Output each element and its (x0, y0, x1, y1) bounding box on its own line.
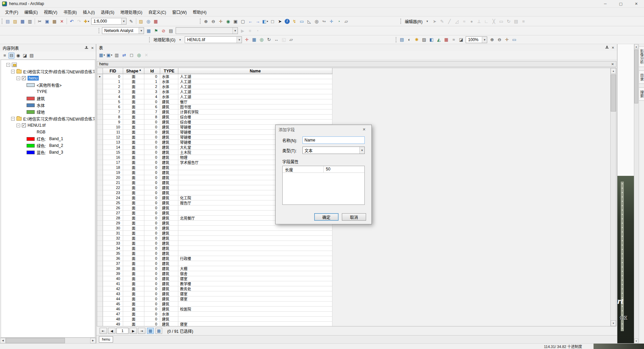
layer-name-label[interactable]: HENU1.tif (28, 123, 45, 128)
collapse-icon[interactable] (16, 124, 20, 127)
maximize-button[interactable]: ▢ (613, 0, 629, 7)
scale-combo[interactable]: 1:6,000 ▾ (91, 18, 127, 25)
table-row[interactable]: 45面0建筑 (97, 302, 332, 307)
chevron-down-icon[interactable]: ▾ (482, 37, 487, 43)
menu-item[interactable]: 插入(I) (80, 8, 98, 16)
table-row[interactable]: 4面4水体人工湖 (97, 94, 332, 99)
dock-tab[interactable]: 搜索 (639, 87, 644, 101)
collapse-icon[interactable] (16, 76, 20, 80)
table-row[interactable]: 34面0建筑 (97, 246, 332, 251)
add-data-icon[interactable]: ✚▾ (83, 18, 90, 25)
stretch-icon[interactable]: ≈ (450, 36, 457, 43)
select-by-attributes-icon[interactable]: ▥ (113, 52, 120, 59)
collapse-icon[interactable] (6, 63, 10, 67)
viewer-window-icon[interactable]: ▱ (343, 18, 350, 25)
time-slider-icon[interactable]: ◔ (335, 18, 342, 25)
menu-item[interactable]: 地理处理(G) (117, 8, 145, 16)
field-name-input[interactable]: Name (302, 136, 365, 144)
scroll-left-button[interactable]: ◀ (0, 338, 6, 343)
table-document-bar[interactable]: henu ✕ (97, 61, 616, 67)
editor-pencil-icon[interactable]: ✎ (128, 18, 135, 25)
table-row[interactable]: 1面1水体人工湖 (97, 79, 332, 84)
rotate-icon[interactable]: ↻ (265, 36, 272, 43)
delete-icon[interactable]: ✕ (59, 18, 65, 25)
search-window-icon[interactable]: ◎ (145, 18, 152, 25)
find-route-icon[interactable]: ↬ (321, 18, 327, 25)
flicker-layer-icon[interactable]: ◭ (435, 36, 442, 43)
effects-zoom-combo[interactable]: 100% ▾ (466, 36, 487, 43)
table-row[interactable]: 49面0建筑寝室 (97, 322, 332, 326)
scrollbar-thumb[interactable] (634, 50, 638, 103)
paste-icon[interactable]: ▩ (51, 18, 58, 25)
shift-icon[interactable]: ↔ (273, 36, 280, 43)
zoom-to-selected-icon[interactable]: ◎ (136, 52, 142, 59)
switch-selection-icon[interactable]: ⇄ (121, 52, 128, 59)
raster-identify-icon[interactable]: ▭ (511, 36, 517, 43)
select-elements-icon[interactable]: ➤ (277, 18, 283, 25)
table-options-icon[interactable]: ▦▾ (99, 52, 105, 59)
list-by-visibility-icon[interactable]: ◉ (15, 53, 21, 59)
table-row[interactable]: 7面7建筑计算机学院 (97, 109, 332, 115)
tree-item-source[interactable]: E:\地信实习文件\综合练习NEW\综合练习 (1, 115, 95, 122)
table-row[interactable]: 38面0建筑大棚 (97, 266, 332, 271)
menu-item[interactable]: 窗口(W) (169, 8, 190, 16)
table-row[interactable]: 40面0建筑寝室 (97, 276, 332, 281)
map-view-strip[interactable]: rt 公区 (617, 44, 634, 343)
go-to-xy-icon[interactable]: ✛ (328, 18, 335, 25)
column-header[interactable]: Shape * (123, 68, 144, 74)
menu-item[interactable]: 帮助(H) (190, 8, 210, 16)
scroll-up-button[interactable]: ▲ (634, 44, 638, 49)
add-control-points-icon[interactable]: ✛ (243, 36, 250, 43)
select-features-icon[interactable]: ◧▾ (262, 18, 269, 25)
catalog-window-icon[interactable]: ▨ (138, 18, 144, 25)
toolbar-grip[interactable] (99, 28, 99, 33)
table-row[interactable]: 42面0建筑教务处 (97, 286, 332, 291)
network-attributes-icon[interactable]: ▤ (168, 27, 174, 34)
table-row[interactable]: 33面0建筑 (97, 241, 332, 246)
collapse-icon[interactable] (11, 70, 15, 73)
minimize-button[interactable]: ─ (598, 0, 613, 7)
back-extent-icon[interactable]: ← (247, 18, 254, 25)
identify-icon[interactable]: i (285, 19, 290, 24)
layer-name-label[interactable]: henu (28, 76, 39, 81)
tree-item-layer-henu1-tif[interactable]: HENU1.tif (1, 122, 95, 129)
table-row[interactable]: 39面0建筑宿舍 (97, 271, 332, 276)
find-icon[interactable]: ◎ (313, 18, 320, 25)
copy-icon[interactable]: ▣ (44, 18, 50, 25)
collapse-icon[interactable] (11, 117, 15, 121)
html-popup-icon[interactable]: ▭ (298, 18, 305, 25)
table-row[interactable]: 6面6建筑图书馆 (97, 104, 332, 109)
show-selected-records-button[interactable] (155, 328, 162, 334)
raster-zoom-in-icon[interactable]: ⊕ (489, 36, 495, 43)
dialog-close-icon[interactable]: ✕ (360, 127, 368, 132)
dra-icon[interactable]: ◪ (458, 36, 464, 43)
scroll-down-button[interactable]: ▼ (634, 339, 638, 343)
column-header[interactable]: FID (103, 68, 123, 74)
table-row[interactable]: 9面0建筑综合楼 (97, 120, 332, 125)
table-row[interactable]: 3面3水体人工湖 (97, 89, 332, 94)
toc-horizontal-scrollbar[interactable]: ◀ ▶ (0, 338, 96, 343)
menu-item[interactable]: 视图(V) (41, 8, 60, 16)
toolbar-grip[interactable] (2, 19, 2, 24)
scroll-up-button[interactable]: ▲ (611, 68, 616, 74)
forward-extent-icon[interactable]: → (254, 18, 261, 25)
close-button[interactable]: ✕ (629, 0, 644, 7)
column-header[interactable]: TYPE (160, 68, 178, 74)
new-document-icon[interactable]: ▤ (4, 18, 11, 25)
zoom-out-icon[interactable]: ⊖ (210, 18, 217, 25)
table-row[interactable]: 47面0水体 (97, 312, 332, 317)
pan-icon[interactable]: ✛ (217, 18, 224, 25)
band-item-red[interactable]: 红色: Band_1 (1, 135, 95, 142)
chevron-down-icon[interactable]: ▾ (359, 147, 364, 154)
toc-options-icon[interactable]: ▤ (29, 53, 35, 59)
table-row[interactable]: 43面0建筑寝室 (97, 291, 332, 296)
column-header[interactable]: Id (144, 68, 160, 74)
first-record-button[interactable]: ⇤ (100, 328, 107, 334)
full-extent-icon[interactable]: ◉ (225, 18, 231, 25)
tree-item-source[interactable]: E:\地信实习文件\综合练习NEW\综合练习 (1, 68, 95, 75)
dock-tab[interactable]: 影像分析 (639, 46, 644, 67)
table-row[interactable]: 2面2水体人工湖 (97, 84, 332, 89)
pin-icon[interactable] (605, 45, 609, 50)
dialog-titlebar[interactable]: 添加字段 ✕ (276, 125, 371, 134)
ok-button[interactable]: 确定 (314, 213, 338, 221)
